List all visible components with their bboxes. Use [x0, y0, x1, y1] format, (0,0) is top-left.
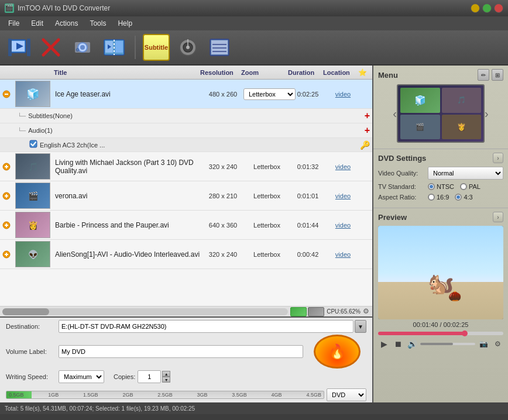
file-link-4[interactable]: video [325, 222, 361, 229]
ntsc-radio-dot [428, 183, 435, 190]
file-res-2: 320 x 240 [202, 163, 243, 170]
preview-expand[interactable]: › [493, 212, 503, 222]
destination-input[interactable] [59, 320, 353, 333]
settings-button[interactable]: ⚙ [69, 34, 96, 61]
maximize-button[interactable] [482, 4, 492, 13]
scroll-track[interactable]: CPU:65.62% ⚙ [0, 306, 372, 316]
audio-button[interactable] [174, 34, 201, 61]
file-zoom-1[interactable]: Letterbox Pan & Scan Full [243, 88, 290, 100]
menu-view-button[interactable]: ⊞ [492, 69, 503, 81]
capture-button[interactable]: 📷 [478, 338, 489, 350]
dvd-settings-expand[interactable]: › [493, 153, 503, 163]
menu-tools[interactable]: Tools [84, 18, 112, 29]
file-link-3[interactable]: video [325, 192, 361, 199]
label-4-5gb: 4.5GB [306, 392, 321, 398]
menu-nav-left[interactable]: ‹ [393, 107, 397, 121]
preview-progress-fill [378, 332, 465, 335]
preview-progress-thumb[interactable] [462, 331, 468, 336]
settings-mini-button[interactable]: ⚙ [363, 307, 372, 316]
menu-section: Menu ✏ ⊞ ‹ 🧊 🎵 🎬 👸 › [373, 66, 508, 149]
menu-help[interactable]: Help [112, 18, 138, 29]
file-name-1: Ice Age teaser.avi [53, 89, 202, 99]
label-3-5gb: 3.5GB [232, 392, 247, 398]
label-0-5gb: 0.5GB [9, 392, 24, 398]
svg-rect-20 [211, 40, 228, 54]
add-audio-button[interactable]: + [365, 125, 370, 136]
menu-edit-button[interactable]: ✏ [478, 69, 489, 81]
status-btn-2[interactable] [308, 307, 324, 316]
row-1-toggle[interactable] [0, 90, 13, 98]
copies-down[interactable]: ▼ [162, 377, 170, 383]
stop-button[interactable]: ⏹ [392, 338, 404, 350]
speed-select[interactable]: Maximum High Medium Low [59, 370, 104, 383]
audio-track-checkbox[interactable] [29, 140, 37, 150]
col-zoom[interactable]: Zoom [241, 69, 288, 76]
file-link-5[interactable]: video [325, 251, 361, 258]
row-2-toggle[interactable] [0, 163, 13, 171]
row-3-toggle[interactable] [0, 192, 13, 200]
svg-rect-4 [27, 39, 30, 56]
preview-section-title: Preview [378, 213, 407, 222]
preview-video-inner: 🐿️ 🌰 [378, 226, 503, 319]
file-link-2[interactable]: video [325, 163, 361, 170]
preview-progress-bar[interactable] [378, 332, 503, 335]
add-subtitle-button[interactable]: + [365, 111, 370, 121]
file-row-2[interactable]: 🎵 Living with Michael Jackson (Part 3 10… [0, 152, 372, 181]
volume-row: Volume Label: 🔥 [6, 335, 366, 369]
play-button[interactable]: ▶ [378, 338, 390, 350]
right-panel: Menu ✏ ⊞ ‹ 🧊 🎵 🎬 👸 › [373, 66, 508, 402]
copies-spinner[interactable]: ▲ ▼ [162, 371, 170, 383]
volume-slider[interactable] [420, 343, 475, 345]
file-name-3: verona.avi [53, 191, 202, 201]
status-btn-1[interactable] [290, 307, 307, 316]
ntsc-radio[interactable]: NTSC [428, 183, 454, 190]
label-2-5gb: 2.5GB [157, 392, 173, 398]
file-link-1[interactable]: video [325, 91, 361, 98]
col-location[interactable]: Location [323, 69, 358, 76]
add-video-button[interactable] [6, 34, 33, 61]
file-zoom-2: Letterbox [243, 163, 290, 170]
audio-track-label-1: English AC3 2ch(Ice ... [40, 142, 360, 149]
row-5-toggle[interactable] [0, 250, 13, 259]
menu-file[interactable]: File [2, 18, 25, 29]
destination-dropdown-button[interactable]: ▼ [355, 320, 366, 333]
copies-up[interactable]: ▲ [162, 371, 170, 377]
remove-button[interactable] [37, 34, 64, 61]
col-resolution[interactable]: Resolution [200, 69, 241, 76]
file-row-1[interactable]: 🧊 Ice Age teaser.avi 480 x 260 Letterbox… [0, 80, 372, 109]
main-layout: Title Resolution Zoom Duration Location … [0, 66, 508, 402]
disc-type-select[interactable]: DVD DVD+R DVD-R Blu-ray [327, 388, 366, 401]
close-button[interactable] [494, 4, 503, 13]
col-title[interactable]: Title [54, 69, 200, 76]
minimize-button[interactable] [471, 4, 480, 13]
file-zoom-select-1[interactable]: Letterbox Pan & Scan Full [243, 88, 296, 100]
volume-button[interactable]: 🔊 [406, 338, 418, 350]
video-quality-label: Video Quality: [378, 170, 428, 177]
video-quality-select[interactable]: Normal High Low [428, 167, 503, 180]
file-row-4[interactable]: 👸 Barbie - Princess and the Pauper.avi 6… [0, 211, 372, 240]
menu-actions[interactable]: Actions [49, 18, 84, 29]
menu-button[interactable] [206, 34, 233, 61]
menu-edit[interactable]: Edit [25, 18, 49, 29]
col-duration[interactable]: Duration [288, 69, 323, 76]
thumb-item-4: 👸 [442, 115, 482, 140]
convert-button[interactable]: 🔥 [314, 335, 361, 369]
preview-controls: ▶ ⏹ 🔊 📷 ⚙ [378, 337, 503, 351]
subtitle-button[interactable]: Subtitle [143, 34, 170, 61]
file-row-3[interactable]: 🎬 verona.avi 280 x 210 Letterbox 0:01:01… [0, 181, 372, 211]
file-name-5: AlienSong[1]-AVI - Audio-Video Interleav… [53, 249, 202, 260]
label-2gb: 2GB [122, 392, 133, 398]
file-row-5[interactable]: 👽 AlienSong[1]-AVI - Audio-Video Interle… [0, 240, 372, 269]
file-thumb-1: 🧊 [15, 81, 50, 107]
ratio-16-9-radio[interactable]: 16:9 [428, 194, 449, 201]
menu-nav-right[interactable]: › [485, 107, 489, 121]
row-4-toggle[interactable] [0, 221, 13, 229]
pal-radio[interactable]: PAL [460, 183, 480, 190]
audio-track-row-1: English AC3 2ch(Ice ... 🔑 [0, 138, 372, 152]
volume-input[interactable] [59, 345, 303, 358]
copies-input[interactable] [138, 370, 161, 383]
preview-section-header: Preview › [378, 212, 503, 222]
split-button[interactable] [101, 34, 128, 61]
ratio-4-3-radio[interactable]: 4:3 [455, 194, 472, 201]
preview-settings-button[interactable]: ⚙ [492, 338, 503, 350]
